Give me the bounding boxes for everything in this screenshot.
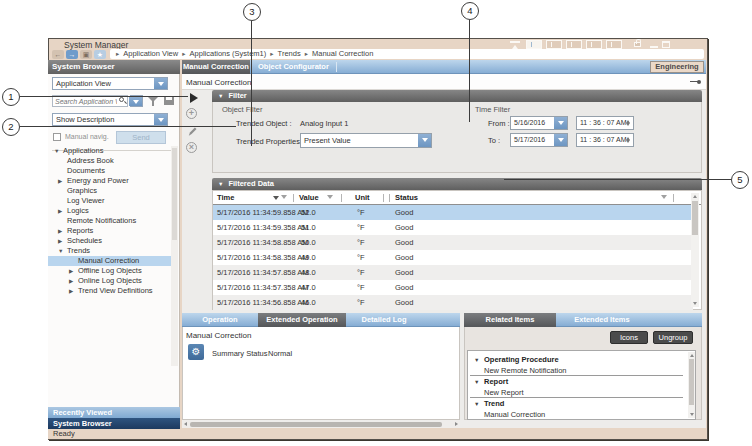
minimize-button[interactable]	[650, 46, 658, 48]
tree-item[interactable]: Documents	[48, 166, 178, 176]
forward-button[interactable]: →	[66, 50, 78, 59]
ungroup-button[interactable]: Ungroup	[653, 331, 693, 344]
time-spinner-icon[interactable]	[625, 135, 632, 145]
tree-item[interactable]: ▶Logics	[48, 206, 178, 216]
tree-item[interactable]: ▼Trends	[48, 246, 178, 256]
open-window-button[interactable]: ▣	[80, 50, 92, 59]
layout-single-icon[interactable]	[606, 40, 622, 49]
column-time[interactable]: Time	[217, 191, 234, 205]
tree-expander-icon[interactable]: ▶	[58, 176, 67, 186]
system-browser-bar[interactable]: System Browser	[48, 418, 180, 429]
tree-item[interactable]: Remote Notifications	[48, 216, 178, 226]
layout-rows-icon[interactable]	[546, 40, 562, 49]
table-row[interactable]: 5/17/2016 11:34:58.358 AM 49.0 °F Good	[213, 250, 693, 265]
tab-related-items[interactable]: Related Items	[464, 313, 556, 327]
scroll-up-icon[interactable]	[693, 195, 697, 198]
scrollbar-thumb[interactable]	[689, 359, 694, 405]
related-item[interactable]: Manual Correction	[470, 409, 683, 420]
related-item[interactable]: ▼Operating Procedure	[470, 354, 683, 365]
tree-item[interactable]: Manual Correction	[48, 256, 178, 266]
tree-item[interactable]: ▶Energy and Power	[48, 176, 178, 186]
maximize-button[interactable]	[662, 41, 670, 48]
tree-item[interactable]: ▶Offline Log Objects	[48, 266, 178, 276]
engineering-button[interactable]: Engineering	[650, 61, 704, 73]
icons-button[interactable]: Icons	[610, 331, 648, 344]
tree-expander-icon[interactable]: ▶	[58, 226, 67, 236]
tree-expander-icon[interactable]: ▼	[58, 246, 67, 256]
back-button[interactable]: ←	[52, 50, 64, 59]
description-dropdown[interactable]: Show Description	[52, 113, 168, 126]
tree-scrollbar[interactable]	[171, 146, 178, 366]
breadcrumb-segment[interactable]: ▸Application View	[114, 49, 178, 58]
delete-icon[interactable]: ×	[186, 142, 197, 153]
table-row[interactable]: 5/17/2016 11:34:58.858 AM 50.0 °F Good	[213, 235, 693, 250]
tree-item[interactable]: Address Book	[48, 156, 178, 166]
tree-item[interactable]: ▶Online Log Objects	[48, 276, 178, 286]
scrollbar-thumb[interactable]	[692, 201, 698, 235]
add-icon[interactable]: +	[186, 108, 197, 119]
from-date-field[interactable]: 5/16/2016	[510, 116, 568, 130]
edit-pencil-icon[interactable]	[187, 126, 198, 139]
layout-grid-icon[interactable]	[586, 40, 602, 49]
to-date-field[interactable]: 5/17/2016	[510, 133, 568, 147]
pin-selection-icon[interactable]	[690, 81, 698, 82]
chevron-down-icon[interactable]	[154, 114, 167, 125]
tab-operation[interactable]: Operation	[182, 313, 258, 327]
tree-expander-icon[interactable]: ▶	[69, 276, 78, 286]
tree-expander-icon[interactable]: ▶	[58, 206, 67, 216]
layout-split-icon[interactable]	[566, 40, 582, 49]
column-status[interactable]: Status	[395, 191, 418, 205]
table-scrollbar[interactable]	[691, 193, 699, 307]
manual-navigation-checkbox[interactable]	[53, 133, 61, 141]
to-time-field[interactable]: 11 : 36 : 07 AM	[576, 133, 634, 147]
tab-detailed-log[interactable]: Detailed Log	[346, 313, 422, 327]
table-row[interactable]: 5/17/2016 11:34:56.858 AM 46.0 °F Good	[213, 295, 693, 310]
tree-expander-icon[interactable]: ▼	[54, 146, 63, 156]
tree-item[interactable]: ▶Schedules	[48, 236, 178, 246]
scrollbar-thumb[interactable]	[190, 422, 442, 427]
scroll-up-icon[interactable]	[690, 354, 694, 357]
dock-icon[interactable]	[510, 41, 520, 48]
lock-icon[interactable]	[634, 42, 641, 47]
chevron-down-icon[interactable]	[418, 134, 431, 147]
layout-columns-icon[interactable]	[526, 40, 542, 49]
column-filter-icon[interactable]	[327, 195, 333, 199]
scroll-down-icon[interactable]	[690, 413, 694, 416]
send-button[interactable]: Send	[116, 131, 166, 144]
column-value[interactable]: Value	[299, 191, 319, 205]
related-item[interactable]: New Report	[470, 387, 683, 398]
tab-object-configurator[interactable]: Object Configurator	[258, 60, 329, 74]
chevron-down-icon[interactable]	[129, 96, 142, 106]
apply-icon[interactable]	[190, 93, 198, 103]
horizontal-scrollbar[interactable]	[182, 420, 460, 428]
time-spinner-icon[interactable]	[625, 118, 632, 128]
table-row[interactable]: 5/17/2016 11:34:57.358 AM 47.0 °F Good	[213, 280, 693, 295]
tab-extended-operation[interactable]: Extended Operation	[258, 313, 346, 327]
breadcrumb-segment[interactable]: ▸Manual Correction	[303, 49, 374, 58]
related-item[interactable]: ▼Trend	[470, 398, 683, 409]
tab-extended-items[interactable]: Extended Items	[556, 313, 648, 327]
tree-expander-icon[interactable]: ▶	[58, 236, 67, 246]
scroll-down-icon[interactable]	[693, 302, 697, 305]
column-unit[interactable]: Unit	[355, 191, 370, 205]
column-filter-icon[interactable]	[281, 195, 287, 199]
calendar-dropdown-icon[interactable]	[554, 117, 567, 129]
column-filter-icon[interactable]	[661, 195, 667, 199]
scroll-left-icon[interactable]	[184, 422, 187, 426]
sort-desc-icon[interactable]	[273, 196, 279, 200]
tab-manual-correction[interactable]: Manual Correction	[182, 60, 250, 74]
recently-viewed-bar[interactable]: Recently Viewed	[48, 407, 180, 418]
trended-properties-dropdown[interactable]: Present Value	[300, 133, 432, 148]
scrollbar-thumb[interactable]	[172, 148, 177, 240]
scroll-right-icon[interactable]	[455, 422, 458, 426]
calendar-dropdown-icon[interactable]	[554, 134, 567, 146]
view-dropdown[interactable]: Application View	[52, 77, 168, 90]
tree-item[interactable]: ▼Applications	[48, 146, 178, 156]
filter-icon[interactable]	[148, 97, 158, 102]
tree-item[interactable]: Graphics	[48, 186, 178, 196]
breadcrumb-segment[interactable]: ▸Applications (System1)	[180, 49, 266, 58]
chevron-down-icon[interactable]	[154, 78, 167, 89]
from-time-field[interactable]: 11 : 36 : 07 AM	[576, 116, 634, 130]
tree-item[interactable]: ▶Reports	[48, 226, 178, 236]
tree-expander-icon[interactable]: ▶	[69, 286, 78, 296]
